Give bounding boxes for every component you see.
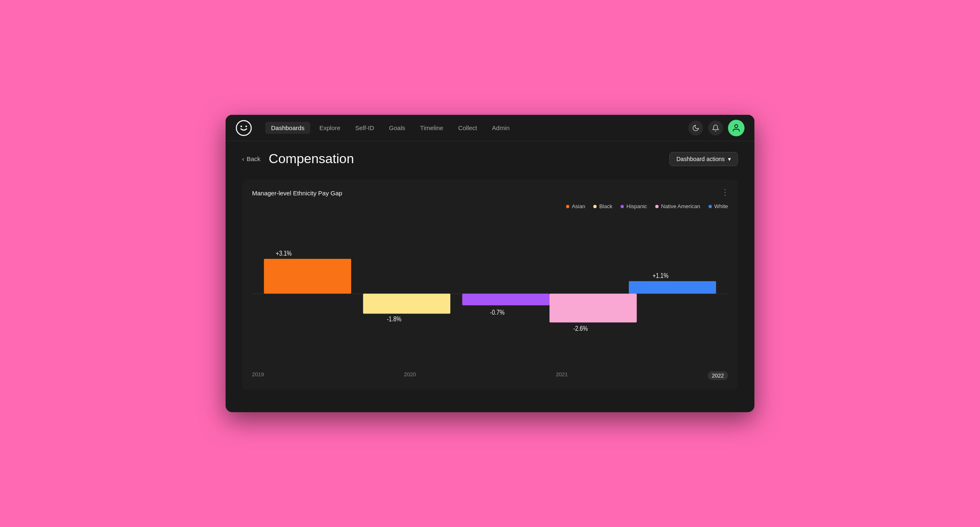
nav-collect[interactable]: Collect — [452, 122, 483, 134]
bar-native-american-label: -2.6% — [573, 325, 588, 332]
x-label-2021: 2021 — [556, 371, 568, 380]
svg-point-3 — [735, 124, 737, 127]
user-avatar[interactable] — [728, 120, 745, 136]
legend-dot-black — [593, 205, 597, 208]
x-label-2020: 2020 — [404, 371, 416, 380]
page-header-left: ‹ Back Compensation — [242, 151, 354, 166]
dashboard-actions-label: Dashboard actions — [676, 156, 725, 162]
legend-label-hispanic: Hispanic — [626, 203, 647, 209]
legend-label-white: White — [714, 203, 728, 209]
legend-dot-white — [709, 205, 712, 208]
nav-right — [688, 120, 745, 136]
legend-asian: Asian — [566, 203, 585, 209]
legend-dot-asian — [566, 205, 569, 208]
nav-selfid[interactable]: Self-ID — [350, 122, 380, 134]
bar-black-label: -1.8% — [387, 316, 401, 323]
bar-white-label: +1.1% — [653, 272, 668, 279]
x-label-2019: 2019 — [252, 371, 264, 380]
nav-explore[interactable]: Explore — [314, 122, 346, 134]
legend-dot-native-american — [655, 205, 659, 208]
chart-svg: +3.1% -1.8% -0.7% -2.6% — [252, 219, 728, 368]
bar-hispanic-label: -0.7% — [490, 309, 504, 316]
legend-label-asian: Asian — [572, 203, 585, 209]
bar-asian-label: +3.1% — [276, 250, 292, 257]
dashboard-actions-button[interactable]: Dashboard actions ▾ — [669, 152, 738, 166]
app-window: Dashboards Explore Self-ID Goals Timelin… — [226, 115, 754, 412]
nav-timeline[interactable]: Timeline — [414, 122, 449, 134]
svg-point-2 — [245, 126, 247, 127]
x-label-2022[interactable]: 2022 — [708, 371, 728, 380]
legend-hispanic: Hispanic — [621, 203, 647, 209]
legend-label-native-american: Native American — [661, 203, 700, 209]
bar-asian — [264, 259, 351, 294]
nav-bar: Dashboards Explore Self-ID Goals Timelin… — [226, 115, 754, 141]
notifications-button[interactable] — [708, 121, 723, 135]
bar-black — [363, 294, 450, 313]
bar-native-american — [549, 294, 637, 323]
bar-white — [629, 281, 716, 294]
dark-mode-button[interactable] — [688, 121, 703, 135]
back-label: Back — [247, 155, 260, 162]
chart-area: +3.1% -1.8% -0.7% -2.6% — [252, 219, 728, 368]
legend-black: Black — [593, 203, 612, 209]
page-title: Compensation — [269, 151, 354, 166]
nav-dashboards[interactable]: Dashboards — [265, 122, 310, 134]
chart-card: Manager-level Ethnicity Pay Gap ⋮ Asian … — [242, 180, 738, 390]
nav-admin[interactable]: Admin — [486, 122, 516, 134]
legend-dot-hispanic — [621, 205, 624, 208]
back-chevron-icon: ‹ — [242, 155, 244, 162]
nav-links: Dashboards Explore Self-ID Goals Timelin… — [265, 122, 675, 134]
chart-menu-button[interactable]: ⋮ — [721, 188, 730, 196]
svg-point-0 — [236, 121, 251, 135]
logo[interactable] — [235, 120, 252, 136]
chart-title: Manager-level Ethnicity Pay Gap — [252, 190, 728, 197]
back-button[interactable]: ‹ Back — [242, 155, 260, 162]
main-content: ‹ Back Compensation Dashboard actions ▾ … — [226, 141, 754, 412]
bar-hispanic — [462, 294, 549, 305]
nav-goals[interactable]: Goals — [383, 122, 411, 134]
svg-point-1 — [240, 126, 242, 127]
x-axis: 2019 2020 2021 2022 — [252, 371, 728, 380]
legend-native-american: Native American — [655, 203, 700, 209]
legend-white: White — [709, 203, 728, 209]
legend-label-black: Black — [599, 203, 612, 209]
page-header: ‹ Back Compensation Dashboard actions ▾ — [242, 151, 738, 166]
chart-legend: Asian Black Hispanic Native American Whi… — [252, 203, 728, 209]
chevron-down-icon: ▾ — [728, 156, 731, 162]
